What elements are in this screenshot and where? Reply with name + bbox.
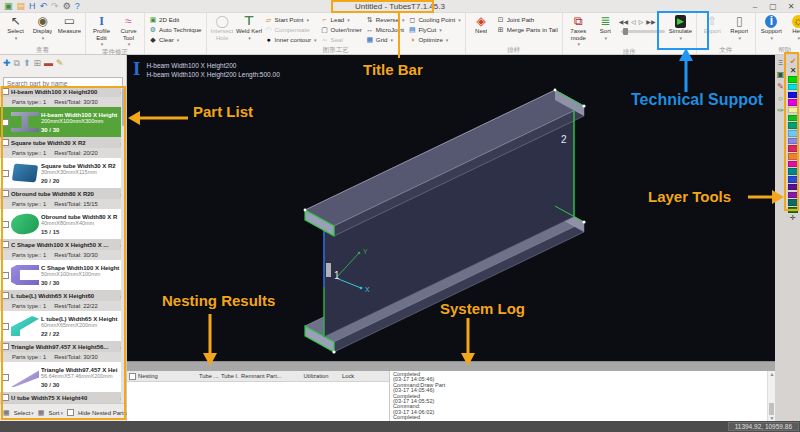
layer-color-swatch[interactable] bbox=[788, 99, 798, 106]
layer-color-swatch[interactable] bbox=[788, 107, 798, 114]
sort-button[interactable]: ≣ Sort▾ bbox=[592, 14, 619, 47]
layer-color-swatch[interactable] bbox=[788, 184, 798, 191]
part-item-checkbox[interactable] bbox=[2, 119, 9, 126]
simulation-speed-slider[interactable] bbox=[621, 30, 665, 33]
7axes-mode-button[interactable]: ⧉ 7axes mode▾ bbox=[565, 14, 592, 47]
microjoint-button[interactable]: ↔ MicroJoint bbox=[364, 25, 407, 35]
add-part-button[interactable]: ✚ bbox=[3, 58, 11, 68]
nesting-select-all-checkbox[interactable] bbox=[129, 373, 136, 380]
joint-path-button[interactable]: ⊡ Joint Path bbox=[495, 15, 560, 25]
reverse-button[interactable]: ⇅ Reverse▾ bbox=[364, 15, 407, 25]
footer-sort-button[interactable]: Sort▾ bbox=[48, 410, 63, 416]
layer-color-swatch[interactable] bbox=[788, 176, 798, 183]
part-group-checkbox[interactable] bbox=[2, 394, 9, 401]
part-group-checkbox[interactable] bbox=[2, 241, 9, 248]
part-item-checkbox[interactable] bbox=[2, 221, 9, 228]
log-scrollbar[interactable]: ▲ ▼ bbox=[767, 371, 775, 421]
cooling-point-button[interactable]: ◻ Cooling Point▾ bbox=[406, 15, 462, 25]
part-item-checkbox[interactable] bbox=[2, 170, 9, 177]
col-utilization[interactable]: Utilization bbox=[292, 373, 340, 379]
circle-tool-icon[interactable]: ○ bbox=[778, 94, 783, 103]
step-back-button[interactable]: ◁ bbox=[631, 18, 636, 25]
intersect-hole-button[interactable]: ◯ Intersect Hole bbox=[209, 14, 236, 45]
col-lock[interactable]: Lock bbox=[340, 373, 389, 379]
part-group-header[interactable]: Square tube Width30 X R2 ⌄ bbox=[0, 137, 126, 148]
footer-select-button[interactable]: Select▾ bbox=[14, 410, 34, 416]
part-group-header[interactable]: Triangle Width97.457 X Height56... ⌄ bbox=[0, 341, 126, 352]
layer-color-swatch[interactable] bbox=[788, 145, 798, 152]
inner-contour-button[interactable]: ● Inner contour▾ bbox=[263, 35, 319, 45]
step-forward-button[interactable]: ▷ bbox=[639, 18, 644, 25]
part-list-scrollbar[interactable] bbox=[121, 86, 126, 403]
copy-part-button[interactable]: ⧉ bbox=[14, 58, 20, 69]
rewind-button[interactable]: ◀◀ bbox=[619, 18, 628, 25]
part-item[interactable]: L tube(L) Width65 X Height 60mmX65mmX200… bbox=[0, 311, 126, 341]
brush-tool-icon[interactable]: ✑ bbox=[777, 106, 784, 115]
3d-viewport[interactable]: I H-beam Width100 X Height200 H-beam Wid… bbox=[127, 55, 775, 361]
part-group-header[interactable]: Obround tube Width80 X R20 ⌄ bbox=[0, 188, 126, 199]
simulate-button[interactable]: ▶ Simulate▾ bbox=[667, 14, 694, 47]
start-point-button[interactable]: ▱ Start Point▾ bbox=[263, 15, 319, 25]
col-remnant[interactable]: Remnant Part... bbox=[239, 373, 292, 379]
measure-button[interactable]: ▭ Measure bbox=[56, 14, 83, 45]
help-button[interactable]: ☼ Help▾ bbox=[785, 14, 800, 45]
outer-inner-button[interactable]: ▢ Outer/Inner bbox=[319, 25, 364, 35]
delete-part-button[interactable]: ▬ bbox=[44, 58, 53, 68]
part-item[interactable]: Obround tube Width80 X R 40mmX80mmX40mm … bbox=[0, 209, 126, 239]
panel-splitter[interactable] bbox=[127, 361, 775, 371]
fast-forward-button[interactable]: ▶▶ bbox=[646, 18, 655, 25]
part-group-header[interactable]: U tube Width75 X Height40 ⌄ bbox=[0, 392, 126, 403]
layer-color-swatch[interactable] bbox=[788, 153, 798, 160]
layer-color-swatch[interactable] bbox=[788, 115, 798, 122]
report-button[interactable]: ▯ Report▾ bbox=[726, 14, 753, 45]
part-group-header[interactable]: H-beam Width100 X Height200 ⌄ bbox=[0, 86, 126, 97]
part-item[interactable]: Triangle Width97.457 X Hei 56.64mmX57.46… bbox=[0, 362, 126, 392]
layer-color-swatch[interactable] bbox=[788, 130, 798, 137]
part-group-header[interactable]: L tube(L) Width65 X Height60 ⌄ bbox=[0, 290, 126, 301]
part-item-checkbox[interactable] bbox=[2, 272, 9, 279]
layer-color-swatch[interactable] bbox=[788, 138, 798, 145]
hide-nested-checkbox[interactable] bbox=[67, 409, 74, 416]
layer-color-swatch[interactable] bbox=[788, 207, 798, 214]
part-group-checkbox[interactable] bbox=[2, 88, 9, 95]
layer-color-swatch[interactable] bbox=[788, 192, 798, 199]
clear-button[interactable]: ◆ Clear▾ bbox=[147, 35, 204, 45]
layer-bottom-icon[interactable]: ✛ bbox=[790, 214, 796, 222]
nest-button[interactable]: ◈ Nest bbox=[468, 14, 495, 45]
layer-color-swatch[interactable] bbox=[788, 92, 798, 99]
col-tube[interactable]: Tube .... bbox=[197, 373, 219, 379]
export-button[interactable]: ⇧ Export bbox=[699, 14, 726, 45]
display-button[interactable]: ◉ Display▾ bbox=[29, 14, 56, 45]
part-group-checkbox[interactable] bbox=[2, 292, 9, 299]
measure-tool-icon[interactable]: Ξ bbox=[778, 58, 783, 67]
seal-button[interactable]: ∼ Seal bbox=[319, 35, 364, 45]
part-group-checkbox[interactable] bbox=[2, 343, 9, 350]
part-group-checkbox[interactable] bbox=[2, 139, 9, 146]
pencil-tool-icon[interactable]: ✎ bbox=[777, 82, 784, 91]
part-item[interactable]: C Shape Width100 X Height 50mmX100mmX100… bbox=[0, 260, 126, 290]
optimize-button[interactable]: ◑ Optimize▾ bbox=[406, 35, 462, 45]
layer-x-icon[interactable]: ✕ bbox=[790, 66, 797, 75]
select-button[interactable]: ↖ Select▾ bbox=[2, 14, 29, 45]
layer-color-swatch[interactable] bbox=[788, 161, 798, 168]
camera-tool-icon[interactable]: ▣ bbox=[777, 70, 785, 79]
edit-part-button[interactable]: ✎ bbox=[56, 58, 64, 68]
part-item-checkbox[interactable] bbox=[2, 323, 9, 330]
profile-edit-button[interactable]: Ι Profile Edit▾ bbox=[88, 14, 115, 47]
layer-check-icon[interactable]: ✔ bbox=[790, 57, 797, 66]
part-group-header[interactable]: C Shape Width100 X Height50 X ... ⌄ bbox=[0, 239, 126, 250]
col-nesting[interactable]: Nesting bbox=[138, 373, 158, 379]
compensate-button[interactable]: ◠ Compensate bbox=[263, 25, 319, 35]
layer-color-swatch[interactable] bbox=[788, 199, 798, 206]
flycut-button[interactable]: ▤ FlyCut▾ bbox=[406, 25, 462, 35]
part-item[interactable]: H-beam Width100 X Height 200mmX100mmX300… bbox=[0, 107, 126, 137]
col-tube-l[interactable]: Tube l... bbox=[219, 373, 239, 379]
add-drawing-button[interactable]: ⊞ bbox=[34, 58, 42, 68]
weld-kerf-button[interactable]: ⊤ Weld Kerf▾ bbox=[236, 14, 263, 45]
auto-technique-button[interactable]: ⚙ Auto Technique bbox=[147, 25, 204, 35]
part-item[interactable]: Square tube Width30 X R2 30mmX30mmX115mm… bbox=[0, 158, 126, 188]
import-part-button[interactable]: ⬆ bbox=[23, 58, 31, 68]
merge-parts-button[interactable]: ⊞ Merge Parts in Tail bbox=[495, 25, 560, 35]
layer-color-swatch[interactable] bbox=[788, 122, 798, 129]
layer-color-swatch[interactable] bbox=[788, 84, 798, 91]
